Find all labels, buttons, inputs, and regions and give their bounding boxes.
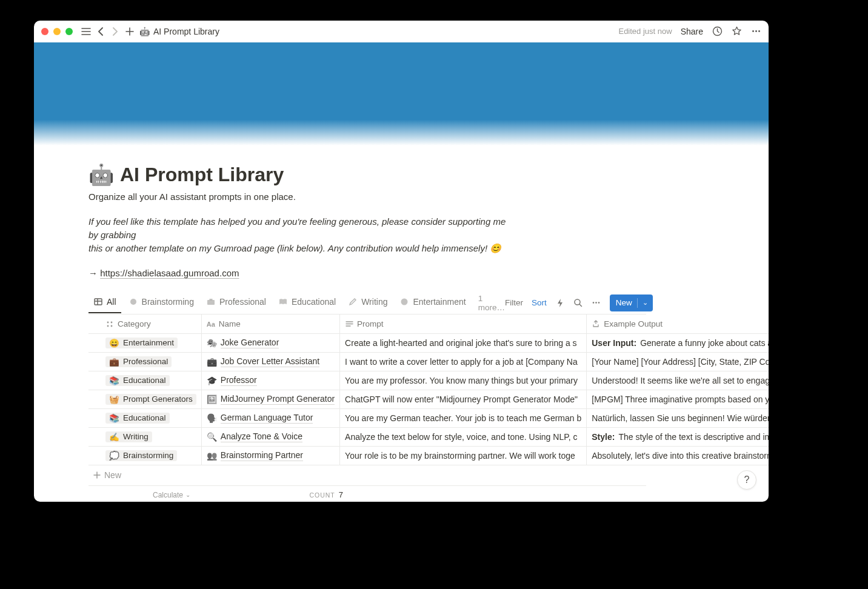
svg-rect-7 — [209, 299, 212, 301]
sort-button[interactable]: Sort — [532, 298, 547, 307]
maximize-window-button[interactable] — [65, 28, 73, 35]
new-row-label: New — [104, 470, 121, 480]
breadcrumb[interactable]: 🤖 AI Prompt Library — [139, 27, 219, 36]
category-emoji: 📚 — [109, 413, 119, 423]
row-icon: 🎭 — [207, 338, 217, 348]
category-emoji: 🧺 — [109, 394, 119, 404]
search-icon[interactable] — [573, 298, 583, 308]
titlebar: 🤖 AI Prompt Library Edited just now Shar… — [34, 21, 769, 42]
table-row[interactable]: 📚Educational🎓ProfessorYou are my profess… — [88, 371, 769, 390]
prompt-text: You are my German teacher. Your job is t… — [340, 409, 586, 427]
tab-label: Educational — [292, 297, 336, 307]
table-row[interactable]: 🧺Prompt Generators🖼️MidJourney Prompt Ge… — [88, 390, 769, 408]
table-icon — [93, 297, 103, 307]
page-cover[interactable] — [34, 42, 769, 145]
column-header-output[interactable]: Example Output — [587, 314, 769, 333]
support-text[interactable]: If you feel like this template has helpe… — [88, 215, 513, 255]
table-row[interactable]: 📚Educational🗣️German Language TutorYou a… — [88, 408, 769, 427]
category-label: Writing — [123, 432, 149, 441]
svg-point-15 — [107, 325, 109, 327]
tab-writing[interactable]: Writing — [343, 293, 392, 313]
tabs-more[interactable]: 1 more… — [478, 294, 505, 312]
table-row[interactable]: 💼Professional💼Job Cover Letter Assistant… — [88, 352, 769, 371]
tab-label: Professional — [219, 297, 266, 307]
prompt-text: Your role is to be my brainstorming part… — [340, 447, 586, 465]
category-label: Professional — [123, 357, 168, 366]
new-tab-button[interactable] — [122, 24, 137, 39]
prompt-text: Analyze the text below for style, voice,… — [340, 428, 586, 446]
tab-entertainment[interactable]: Entertainment — [395, 293, 470, 313]
new-button[interactable]: New ⌄ — [610, 294, 653, 311]
page-icon[interactable]: 🤖 — [88, 162, 114, 187]
category-tag: 📚Educational — [105, 413, 170, 424]
category-emoji: ✍️ — [109, 432, 119, 442]
gumroad-link-row: → https://shadielasaad.gumroad.com — [88, 268, 646, 278]
svg-point-13 — [107, 321, 109, 323]
row-name: Brainstorming Partner — [221, 450, 303, 461]
svg-point-3 — [758, 30, 760, 32]
output-text: Style: The style of the text is descript… — [587, 428, 769, 446]
category-label: Brainstorming — [123, 451, 173, 460]
tab-label: Brainstorming — [142, 297, 194, 307]
category-emoji: 💭 — [109, 451, 119, 461]
row-icon: 🔍 — [207, 432, 217, 442]
title-property-icon: Aa — [207, 320, 215, 328]
help-button[interactable]: ? — [737, 470, 756, 490]
prompt-text: You are my professor. You know many thin… — [340, 371, 586, 390]
database-table: Category Aa Name — [88, 314, 769, 465]
nav-forward-button[interactable] — [108, 24, 122, 39]
count-summary[interactable]: COUNT 7 — [196, 490, 350, 499]
gumroad-link[interactable]: https://shadielasaad.gumroad.com — [100, 268, 239, 278]
table-row[interactable]: ✍️Writing🔍Analyze Tone & VoiceAnalyze th… — [88, 427, 769, 446]
svg-point-5 — [130, 299, 136, 305]
tab-label: Entertainment — [413, 297, 466, 307]
tab-professional[interactable]: Professional — [201, 293, 271, 313]
table-row[interactable]: 💭Brainstorming👥Brainstorming PartnerYour… — [88, 446, 769, 465]
chevron-down-icon: ⌄ — [185, 491, 190, 498]
tab-educational[interactable]: Educational — [273, 293, 341, 313]
page-subtitle[interactable]: Organize all your AI assistant prompts i… — [88, 191, 646, 202]
column-header-category[interactable]: Category — [88, 314, 201, 333]
column-header-prompt[interactable]: Prompt — [340, 314, 587, 333]
updates-icon[interactable] — [712, 26, 723, 37]
prompt-text: ChatGPT will now enter "Midjourney Promp… — [340, 390, 586, 408]
support-line-1: If you feel like this template has helpe… — [88, 216, 506, 240]
column-header-name[interactable]: Aa Name — [201, 314, 339, 333]
minimize-window-button[interactable] — [53, 28, 61, 35]
nav-back-button[interactable] — [93, 24, 108, 39]
page-title[interactable]: AI Prompt Library — [120, 164, 284, 186]
category-tag: 💭Brainstorming — [105, 450, 177, 461]
favorite-icon[interactable] — [731, 26, 742, 37]
close-window-button[interactable] — [41, 28, 48, 35]
pencil-icon — [348, 297, 358, 307]
table-row[interactable]: 😄Entertainment🎭Joke GeneratorCreate a li… — [88, 333, 769, 352]
svg-point-14 — [111, 321, 113, 323]
table-footer: Calculate ⌄ COUNT 7 — [88, 486, 646, 502]
tab-label: All — [107, 297, 116, 307]
table-header-row: Category Aa Name — [88, 314, 769, 333]
output-text: User Input: Generate a funny joke about … — [587, 334, 769, 352]
window-controls — [41, 28, 73, 35]
category-emoji: 📚 — [109, 376, 119, 385]
filter-button[interactable]: Filter — [505, 298, 523, 307]
tab-all[interactable]: All — [88, 293, 121, 313]
category-tag: 💼Professional — [105, 356, 172, 367]
calculate-button[interactable]: Calculate ⌄ — [88, 491, 196, 499]
tab-brainstorming[interactable]: Brainstorming — [124, 293, 199, 313]
column-label: Name — [219, 319, 241, 328]
new-row-button[interactable]: New — [88, 465, 646, 486]
automation-icon[interactable] — [555, 298, 565, 308]
page-icon-small: 🤖 — [139, 27, 150, 36]
share-button[interactable]: Share — [681, 27, 703, 36]
count-value: 7 — [339, 490, 343, 499]
row-name: Professor — [221, 375, 257, 386]
svg-rect-6 — [207, 300, 215, 305]
svg-point-8 — [401, 298, 408, 305]
row-name: Joke Generator — [221, 338, 279, 348]
view-options-icon[interactable] — [592, 298, 601, 308]
svg-point-10 — [593, 302, 595, 304]
more-menu-icon[interactable] — [750, 26, 761, 37]
output-text: Natürlich, lassen Sie uns beginnen! Wie … — [587, 409, 769, 427]
sidebar-toggle-button[interactable] — [79, 24, 93, 39]
column-label: Category — [118, 319, 151, 328]
